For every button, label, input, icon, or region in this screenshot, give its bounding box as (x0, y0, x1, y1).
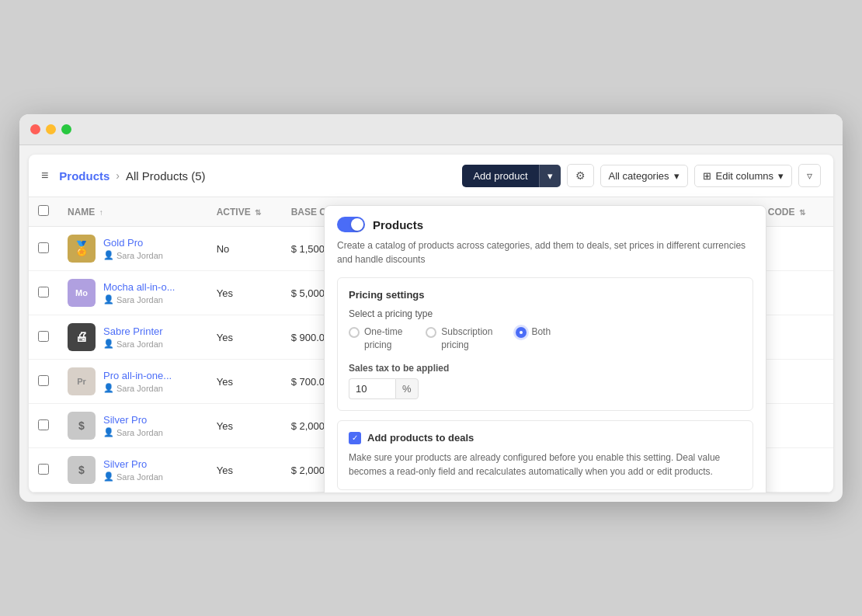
pricing-option-both[interactable]: Both (516, 325, 551, 352)
categories-dropdown[interactable]: All categories ▾ (600, 165, 688, 187)
owner-icon: 👤 (103, 383, 114, 393)
select-all-header (29, 197, 58, 227)
breadcrumb-current: All Products (5) (126, 169, 206, 183)
product-name[interactable]: Sabre Printer (103, 325, 163, 337)
product-avatar: 🖨 (68, 323, 96, 351)
tooltip-panel: Products Create a catalog of products ac… (324, 205, 766, 492)
row-checkbox-cell (29, 448, 58, 492)
radio-subscription[interactable] (426, 327, 436, 338)
select-all-checkbox[interactable] (38, 205, 49, 216)
edit-columns-button[interactable]: ⊞ Edit columns ▾ (694, 165, 792, 187)
tax-input[interactable] (349, 378, 395, 399)
product-owner: 👤 Sara Jordan (103, 250, 163, 260)
radio-one-time[interactable] (349, 327, 360, 338)
grid-icon: ⊞ (703, 170, 711, 182)
edit-columns-caret: ▾ (778, 170, 784, 182)
deals-header: Add products to deals (349, 432, 742, 444)
toolbar: ≡ Products › All Products (5) Add produc… (29, 155, 833, 197)
row-checkbox[interactable] (38, 375, 49, 386)
product-info: Gold Pro 👤 Sara Jordan (103, 237, 163, 260)
owner-name: Sara Jordan (116, 295, 163, 305)
pricing-option-subscription[interactable]: Subscriptionpricing (426, 325, 492, 352)
minimize-button[interactable] (46, 124, 56, 134)
product-name[interactable]: Silver Pro (103, 458, 163, 470)
col-active: ACTIVE ⇅ (207, 197, 282, 227)
table-overlay-container: NAME ↑ ACTIVE ⇅ BASE CURRENC... ⇅ CATEGO… (29, 197, 833, 492)
owner-name: Sara Jordan (116, 384, 163, 393)
add-product-button[interactable]: Add product ▾ (462, 165, 560, 187)
pricing-options: One-timepricing Subscriptionpricing Both (349, 325, 742, 352)
settings-filter-button[interactable]: ⚙ (567, 164, 594, 187)
row-name-cell: 🖨 Sabre Printer 👤 Sara Jordan (58, 315, 207, 360)
product-avatar: Pr (68, 367, 96, 395)
main-content: ≡ Products › All Products (5) Add produc… (29, 155, 833, 492)
row-checkbox[interactable] (38, 242, 49, 253)
one-time-label: One-timepricing (364, 325, 402, 352)
product-name[interactable]: Pro all-in-one... (103, 370, 172, 381)
product-name[interactable]: Gold Pro (103, 237, 163, 249)
row-checkbox-cell (29, 271, 58, 315)
row-active-cell: Yes (207, 404, 282, 448)
sort-active-icon[interactable]: ⇅ (255, 208, 261, 217)
row-checkbox[interactable] (38, 419, 49, 430)
subscription-label: Subscriptionpricing (441, 325, 492, 352)
owner-icon: 👤 (103, 294, 114, 305)
owner-name: Sara Jordan (116, 428, 163, 437)
maximize-button[interactable] (61, 124, 71, 134)
edit-columns-label: Edit columns (716, 170, 773, 182)
deals-checkbox[interactable] (349, 432, 361, 444)
sort-code-icon[interactable]: ⇅ (799, 208, 805, 217)
tax-label: Sales tax to be applied (349, 363, 742, 374)
row-name-cell: 🏅 Gold Pro 👤 Sara Jordan (58, 227, 207, 271)
pricing-option-one-time[interactable]: One-timepricing (349, 325, 402, 352)
toolbar-right: Add product ▾ ⚙ All categories ▾ ⊞ Edit … (462, 164, 821, 187)
row-checkbox[interactable] (38, 287, 49, 298)
product-info: Pro all-in-one... 👤 Sara Jordan (103, 370, 172, 393)
product-info: Silver Pro 👤 Sara Jordan (103, 414, 163, 437)
product-avatar: 🏅 (68, 235, 96, 263)
products-toggle[interactable] (337, 217, 365, 232)
product-name[interactable]: Silver Pro (103, 414, 163, 426)
product-info: Mocha all-in-o... 👤 Sara Jordan (103, 281, 175, 305)
deals-box: Add products to deals Make sure your pro… (337, 420, 753, 490)
owner-name: Sara Jordan (116, 251, 163, 260)
product-avatar: Mo (68, 279, 96, 307)
funnel-filter-button[interactable]: ▿ (798, 164, 821, 187)
owner-name: Sara Jordan (116, 339, 163, 349)
add-product-label: Add product (462, 165, 538, 187)
row-name-cell: $ Silver Pro 👤 Sara Jordan (58, 404, 207, 448)
tooltip-description: Create a catalog of products across cate… (325, 238, 766, 277)
owner-name: Sara Jordan (116, 472, 163, 482)
both-label: Both (531, 325, 551, 339)
traffic-lights (30, 124, 71, 134)
row-checkbox[interactable] (38, 464, 49, 475)
breadcrumb-separator: › (116, 169, 120, 182)
product-owner: 👤 Sara Jordan (103, 339, 163, 349)
breadcrumb: Products › All Products (5) (59, 169, 454, 183)
tooltip-header: Products (325, 206, 766, 238)
app-window: ≡ Products › All Products (5) Add produc… (19, 114, 843, 502)
owner-icon: 👤 (103, 339, 114, 349)
row-active-cell: No (207, 227, 282, 271)
product-name[interactable]: Mocha all-in-o... (103, 281, 175, 293)
breadcrumb-products[interactable]: Products (59, 169, 109, 183)
product-owner: 👤 Sara Jordan (103, 427, 163, 437)
owner-icon: 👤 (103, 427, 114, 437)
add-product-caret[interactable]: ▾ (539, 165, 561, 187)
sort-name-icon[interactable]: ↑ (99, 208, 103, 217)
row-checkbox[interactable] (38, 331, 49, 342)
radio-both[interactable] (516, 327, 527, 338)
product-owner: 👤 Sara Jordan (103, 294, 175, 305)
close-button[interactable] (30, 124, 40, 134)
row-name-cell: Mo Mocha all-in-o... 👤 Sara Jordan (58, 271, 207, 315)
product-avatar: $ (68, 412, 96, 440)
owner-icon: 👤 (103, 472, 114, 482)
pricing-settings-title: Pricing settings (349, 289, 742, 301)
deals-description: Make sure your products are already conf… (349, 451, 742, 479)
tax-input-row: % (349, 378, 742, 399)
row-checkbox-cell (29, 404, 58, 448)
product-owner: 👤 Sara Jordan (103, 472, 163, 482)
tax-percent: % (395, 378, 419, 399)
categories-caret: ▾ (674, 170, 680, 182)
menu-icon[interactable]: ≡ (41, 169, 48, 183)
